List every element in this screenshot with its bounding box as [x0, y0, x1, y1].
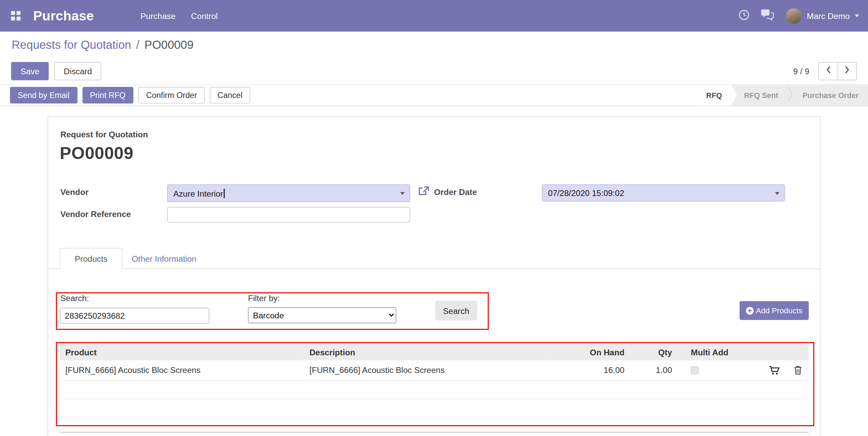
- empty-row: [60, 399, 809, 417]
- tab-other-information[interactable]: Other Information: [123, 248, 205, 269]
- step-chevron-icon: [788, 84, 793, 107]
- statusbar: Send by Email Print RFQ Confirm Order Ca…: [0, 84, 868, 106]
- chevron-down-icon: [855, 14, 859, 17]
- external-link-icon[interactable]: [417, 186, 429, 197]
- filter-select[interactable]: Barcode: [248, 307, 396, 323]
- vendor-label: Vendor: [60, 187, 88, 197]
- order-date-value: 07/28/2020 15:09:02: [548, 188, 624, 198]
- header-product: Product: [60, 344, 304, 360]
- header-description: Description: [304, 344, 546, 360]
- empty-row: [60, 380, 809, 399]
- pager-previous-button[interactable]: [818, 62, 837, 80]
- on-hand-cell: 16.00: [546, 360, 630, 380]
- control-panel: Save Discard 9 / 9: [0, 58, 868, 84]
- multi-add-cell: [677, 360, 772, 380]
- cart-icon[interactable]: [769, 365, 780, 375]
- filter-by-label: Filter by:: [248, 293, 280, 303]
- apps-grid-icon: [11, 11, 20, 21]
- products-table: Product Description On Hand Qty Multi Ad…: [60, 344, 809, 426]
- description-cell[interactable]: [FURN_6666] Acoustic Bloc Screens: [304, 360, 546, 380]
- spacer-row: [60, 417, 809, 425]
- app-window: Purchase Purchase Control Marc Demo: [0, 0, 868, 436]
- dropdown-caret-icon: [775, 192, 780, 195]
- menu-control[interactable]: Control: [183, 0, 225, 32]
- menu-purchase[interactable]: Purchase: [133, 0, 183, 32]
- vendor-field[interactable]: Azure Interior: [167, 184, 410, 202]
- discard-button[interactable]: Discard: [54, 62, 101, 80]
- sheet-subtitle: Request for Quotation: [60, 130, 148, 139]
- messages-button[interactable]: [757, 0, 777, 32]
- print-rfq-button[interactable]: Print RFQ: [82, 87, 133, 103]
- tab-products[interactable]: Products: [60, 248, 122, 269]
- qty-cell[interactable]: 1.00: [630, 360, 677, 380]
- chat-icon: [761, 8, 774, 23]
- navbar-right: Marc Demo: [734, 0, 868, 32]
- text-cursor: [224, 189, 224, 198]
- dropdown-caret-icon: [400, 192, 405, 195]
- chevron-left-icon: [825, 65, 831, 77]
- pager: 9 / 9: [793, 62, 857, 80]
- status-step-rfq[interactable]: RFQ: [697, 85, 731, 106]
- breadcrumb-separator: /: [136, 38, 140, 51]
- form-sheet: Request for Quotation PO00009 Vendor Azu…: [47, 116, 820, 436]
- chevron-right-icon: [844, 65, 850, 77]
- vendor-reference-field[interactable]: [167, 207, 410, 223]
- user-name: Marc Demo: [807, 11, 850, 21]
- status-step-purchase-order[interactable]: Purchase Order: [793, 85, 868, 106]
- apps-menu-button[interactable]: [0, 0, 31, 32]
- record-title: PO00009: [60, 143, 133, 163]
- cancel-button[interactable]: Cancel: [210, 87, 250, 103]
- order-date-field[interactable]: 07/28/2020 15:09:02: [542, 184, 785, 202]
- app-brand[interactable]: Purchase: [33, 8, 94, 24]
- vendor-value: Azure Interior: [173, 189, 223, 198]
- top-menus: Purchase Control: [133, 0, 225, 32]
- add-products-button[interactable]: Add Products: [739, 301, 809, 320]
- order-lines-divider: [60, 432, 809, 433]
- add-products-label: Add Products: [756, 306, 802, 315]
- pager-buttons: [818, 62, 857, 80]
- trash-icon[interactable]: [794, 365, 802, 375]
- status-step-rfq-sent[interactable]: RFQ Sent: [735, 85, 788, 106]
- header-actions: [772, 344, 809, 360]
- table-header-row: Product Description On Hand Qty Multi Ad…: [60, 344, 809, 360]
- top-navbar: Purchase Purchase Control Marc Demo: [0, 0, 868, 32]
- breadcrumb-current: PO00009: [144, 38, 194, 51]
- send-by-email-button[interactable]: Send by Email: [10, 87, 77, 103]
- multi-add-checkbox[interactable]: [691, 366, 699, 374]
- user-menu[interactable]: Marc Demo: [786, 8, 859, 24]
- search-label: Search:: [60, 293, 89, 303]
- pager-next-button[interactable]: [837, 62, 857, 80]
- search-button[interactable]: Search: [435, 301, 477, 321]
- vendor-reference-label: Vendor Reference: [60, 209, 131, 219]
- status-steps: RFQ RFQ Sent Purchase Order: [697, 85, 868, 106]
- save-button[interactable]: Save: [11, 62, 49, 80]
- form-view: Request for Quotation PO00009 Vendor Azu…: [0, 106, 868, 436]
- avatar: [786, 8, 802, 24]
- header-multi-add: Multi Add: [677, 344, 772, 360]
- order-date-label: Order Date: [434, 187, 477, 197]
- search-input[interactable]: [60, 308, 209, 324]
- pager-value: 9 / 9: [793, 66, 809, 76]
- header-qty: Qty: [630, 344, 677, 360]
- plus-circle-icon: [746, 306, 754, 315]
- table-row: [FURN_6666] Acoustic Bloc Screens [FURN_…: [60, 360, 809, 380]
- breadcrumb: Requests for Quotation / PO00009: [0, 32, 868, 58]
- confirm-order-button[interactable]: Confirm Order: [138, 87, 205, 103]
- product-cell[interactable]: [FURN_6666] Acoustic Bloc Screens: [60, 360, 304, 380]
- activities-button[interactable]: [734, 0, 754, 32]
- actions-cell: [772, 360, 809, 380]
- header-on-hand: On Hand: [546, 344, 630, 360]
- clock-icon: [738, 8, 750, 23]
- breadcrumb-parent[interactable]: Requests for Quotation: [12, 38, 131, 51]
